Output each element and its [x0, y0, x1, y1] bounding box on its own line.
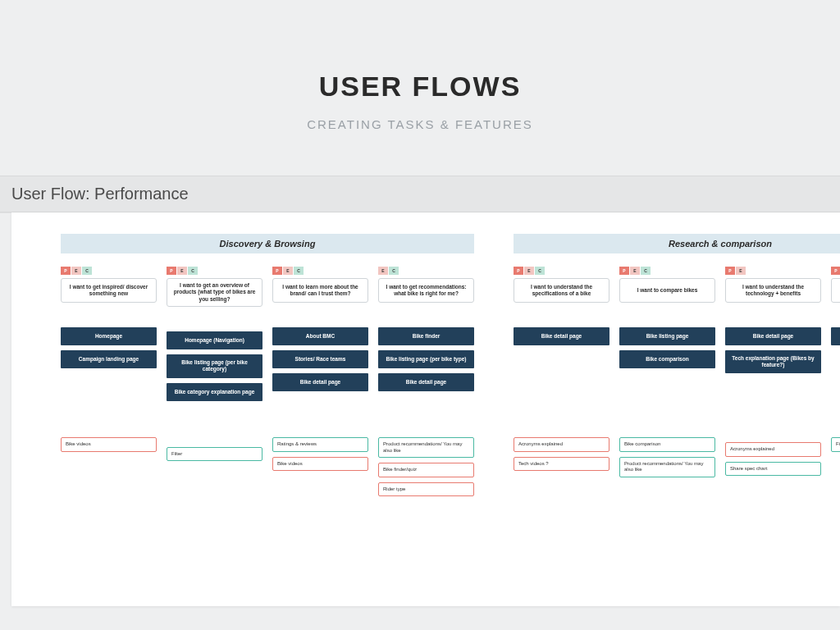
persona-tag-p: P	[831, 267, 840, 275]
flow-column: PECI want to get inspired/ discover some…	[61, 267, 157, 496]
feature-chip[interactable]: Filter	[167, 447, 262, 462]
user-need[interactable]: I want to understand the specifications …	[514, 278, 609, 303]
user-need[interactable]: I want to get recommendations: what bike…	[378, 278, 474, 303]
persona-tag-c: C	[535, 267, 545, 275]
flow-column: ECI want to get recommendations: what bi…	[378, 267, 474, 496]
feature-chip[interactable]: Bike videos	[61, 437, 157, 452]
page-block[interactable]: Bike detail page	[272, 373, 368, 391]
persona-tag-p: P	[272, 267, 282, 275]
persona-tag-e: E	[71, 267, 81, 275]
persona-tag-row: EC	[378, 267, 474, 275]
page-block[interactable]: About BMC	[272, 327, 368, 345]
persona-tag-row: PEC	[514, 267, 609, 275]
swimlane: Discovery & BrowsingPECI want to get ins…	[61, 234, 474, 496]
feature-chip[interactable]: Bike comparison	[619, 437, 715, 452]
flow-column: PECI want to learn more about the brand/…	[272, 267, 368, 496]
flow-column: PECI want to compare bikesBike listing p…	[619, 267, 715, 477]
persona-tag-p: P	[167, 267, 176, 275]
persona-tag-row: PEC	[272, 267, 368, 275]
persona-tag-c: C	[82, 267, 92, 275]
swimlane-header: Research & comparison	[514, 234, 840, 253]
feature-chip[interactable]: Product recommendations/ You may also li…	[619, 457, 715, 477]
flow-canvas[interactable]: Discovery & BrowsingPECI want to get ins…	[11, 212, 840, 606]
feature-chip[interactable]: Tech videos ?	[514, 457, 609, 472]
flow-column: PECI want to understand the specificatio…	[514, 267, 609, 477]
flow-column: PECI want to get an overview of products…	[167, 267, 262, 496]
feature-chip[interactable]: Acronyms explained	[514, 437, 609, 452]
feature-chip[interactable]: Bike finder/quiz	[378, 463, 474, 477]
persona-tag-row: PEC	[61, 267, 157, 275]
swimlane: Research & comparisonPECI want to unders…	[514, 234, 840, 496]
flow-title: User Flow: Performance	[11, 185, 840, 212]
feature-chip[interactable]: Acronyms explained	[725, 442, 821, 457]
flow-section: User Flow: Performance	[0, 176, 840, 212]
user-need[interactable]: I want to get an overview of products (w…	[167, 278, 262, 307]
page-block[interactable]: Tech explanation page (Bikes by feature?…	[725, 350, 821, 373]
user-need[interactable]: I want to learn more about the brand/ ca…	[272, 278, 368, 303]
persona-tag-e: E	[630, 267, 640, 275]
persona-tag-c: C	[188, 267, 198, 275]
swimlane-columns: PECI want to understand the specificatio…	[514, 267, 840, 477]
persona-tag-row: P	[831, 267, 840, 275]
feature-chip[interactable]: Ratings & reviews	[272, 437, 368, 452]
swimlane-header: Discovery & Browsing	[61, 234, 474, 253]
persona-tag-p: P	[725, 267, 735, 275]
persona-tag-c: C	[389, 267, 399, 275]
page-block[interactable]: Bike comparison	[619, 350, 715, 368]
page-block[interactable]: Bike detail page	[378, 373, 474, 391]
page-title: USER FLOWS	[0, 0, 840, 103]
persona-tag-c: C	[641, 267, 651, 275]
persona-tag-row: PE	[725, 267, 821, 275]
page-block[interactable]: Bike category explanation page	[167, 383, 262, 401]
user-need[interactable]: I want	[831, 278, 840, 303]
page-subtitle: CREATING TASKS & FEATURES	[0, 103, 840, 131]
persona-tag-e: E	[736, 267, 746, 275]
page-block[interactable]: Bike detail page	[725, 327, 821, 345]
persona-tag-p: P	[61, 267, 71, 275]
feature-chip[interactable]: Product recommendations/ You may also li…	[378, 437, 474, 458]
persona-tag-row: PEC	[619, 267, 715, 275]
feature-chip[interactable]: Filter	[831, 437, 840, 452]
page-block[interactable]: Bike finder	[378, 327, 474, 345]
persona-tag-e: E	[378, 267, 388, 275]
page-block[interactable]: Stories/ Race teams	[272, 350, 368, 368]
feature-chip[interactable]: Bike videos	[272, 457, 368, 472]
user-need[interactable]: I want to understand the technology + be…	[725, 278, 821, 303]
user-need[interactable]: I want to compare bikes	[619, 278, 715, 303]
flow-column: PEI want to understand the technology + …	[725, 267, 821, 477]
page-block[interactable]: Bike listing page (per bike type)	[378, 350, 474, 368]
persona-tag-row: PEC	[167, 267, 262, 275]
page-block[interactable]	[831, 327, 840, 345]
persona-tag-p: P	[514, 267, 523, 275]
persona-tag-e: E	[524, 267, 534, 275]
page-block[interactable]: Bike listing page (per bike category)	[167, 354, 262, 377]
feature-chip[interactable]: Share spec chart	[725, 462, 821, 477]
page-block[interactable]: Bike listing page	[619, 327, 715, 345]
persona-tag-p: P	[619, 267, 629, 275]
page-block[interactable]: Campaign landing page	[61, 350, 157, 368]
persona-tag-e: E	[283, 267, 293, 275]
persona-tag-e: E	[177, 267, 187, 275]
swimlane-columns: PECI want to get inspired/ discover some…	[61, 267, 474, 496]
user-need[interactable]: I want to get inspired/ discover somethi…	[61, 278, 157, 303]
feature-chip[interactable]: Rider type	[378, 482, 474, 497]
persona-tag-c: C	[294, 267, 304, 275]
page-block[interactable]: Bike detail page	[514, 327, 609, 345]
page-block[interactable]: Homepage (Navigation)	[167, 331, 262, 349]
flow-column: PI wantFilter	[831, 267, 840, 477]
page-block[interactable]: Homepage	[61, 327, 157, 345]
